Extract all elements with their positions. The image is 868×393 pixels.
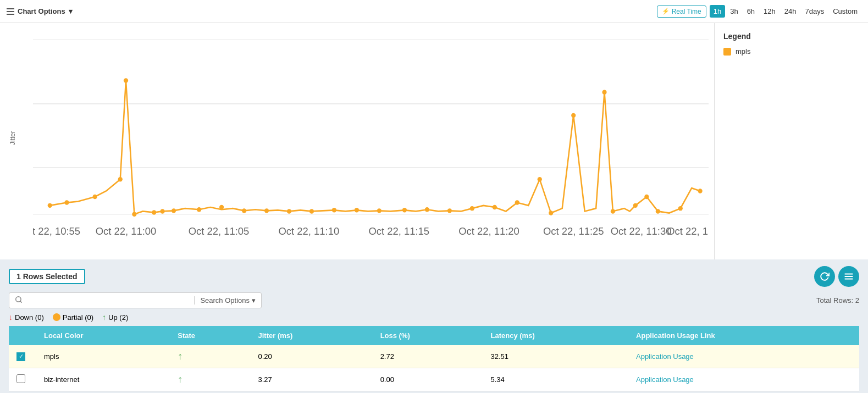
rows-selected-badge: 1 Rows Selected bbox=[9, 269, 85, 284]
table-row: ✓mpls↑0.202.7232.51Application Usage bbox=[9, 345, 859, 368]
menu-button[interactable] bbox=[838, 266, 859, 287]
checkbox-unchecked[interactable] bbox=[16, 374, 25, 383]
partial-icon bbox=[53, 313, 60, 321]
top-bar: Chart Options ▾ ⚡ Real Time 1h 3h 6h 12h… bbox=[0, 0, 868, 23]
chart-options-button[interactable]: Chart Options ▾ bbox=[7, 7, 73, 15]
col-state: State bbox=[170, 326, 250, 345]
chart-svg: 2 ms 1 ms 0 Oct 22, 10:55 Oct 22, 11:00 … bbox=[33, 34, 709, 237]
svg-point-23 bbox=[160, 209, 164, 213]
time-btn-1h[interactable]: 1h bbox=[710, 5, 725, 18]
right-icons bbox=[814, 266, 859, 287]
search-row: Search Options ▾ Total Rows: 2 bbox=[9, 292, 859, 308]
time-btn-6h[interactable]: 6h bbox=[743, 5, 759, 18]
svg-point-42 bbox=[571, 113, 576, 118]
svg-point-49 bbox=[698, 189, 703, 193]
chevron-down-icon: ▾ bbox=[252, 296, 256, 305]
svg-point-28 bbox=[264, 208, 269, 213]
row-loss: 0.00 bbox=[373, 368, 483, 391]
row-loss: 2.72 bbox=[373, 345, 483, 368]
app-usage-link[interactable]: Application Usage bbox=[636, 352, 694, 361]
realtime-button[interactable]: ⚡ Real Time bbox=[657, 5, 706, 18]
table-row: biz-internet↑3.270.005.34Application Usa… bbox=[9, 368, 859, 391]
hamburger-icon bbox=[7, 8, 14, 15]
checkbox-checked[interactable]: ✓ bbox=[16, 352, 25, 361]
time-btn-custom[interactable]: Custom bbox=[829, 5, 861, 18]
refresh-button[interactable] bbox=[814, 266, 835, 287]
row-app-usage: Application Usage bbox=[628, 368, 859, 391]
svg-point-41 bbox=[549, 211, 553, 215]
svg-text:Oct 22, 11:20: Oct 22, 11:20 bbox=[458, 225, 519, 236]
svg-point-31 bbox=[332, 208, 336, 212]
chart-options-label: Chart Options bbox=[18, 7, 65, 15]
time-btn-12h[interactable]: 12h bbox=[760, 5, 779, 18]
row-app-usage: Application Usage bbox=[628, 345, 859, 368]
up-label: Up (2) bbox=[108, 313, 128, 322]
svg-point-45 bbox=[633, 203, 638, 208]
col-checkbox bbox=[9, 326, 36, 345]
legend-color-box bbox=[723, 48, 731, 56]
search-options-button[interactable]: Search Options ▾ bbox=[194, 296, 256, 305]
lightning-icon: ⚡ bbox=[662, 8, 670, 15]
search-input[interactable] bbox=[27, 296, 190, 305]
row-latency: 5.34 bbox=[483, 368, 629, 391]
svg-point-27 bbox=[242, 208, 246, 213]
down-label: Down (0) bbox=[15, 313, 44, 322]
col-jitter: Jitter (ms) bbox=[250, 326, 372, 345]
svg-text:Oct 22, 11:15: Oct 22, 11:15 bbox=[368, 225, 429, 236]
svg-point-39 bbox=[515, 200, 519, 204]
svg-point-43 bbox=[602, 90, 606, 94]
legend-panel: Legend mpls bbox=[714, 23, 868, 259]
status-partial: Partial (0) bbox=[53, 313, 93, 322]
row-local-color: mpls bbox=[36, 345, 170, 368]
time-controls: ⚡ Real Time 1h 3h 6h 12h 24h 7days Custo… bbox=[657, 5, 861, 18]
col-local-color: Local Color bbox=[36, 326, 170, 345]
y-axis-label: Jitter bbox=[9, 131, 16, 145]
svg-point-47 bbox=[656, 209, 660, 213]
realtime-label: Real Time bbox=[672, 8, 701, 15]
status-up: ↑ Up (2) bbox=[102, 313, 128, 322]
data-table: Local Color State Jitter (ms) Loss (%) L… bbox=[9, 326, 859, 391]
time-btn-24h[interactable]: 24h bbox=[781, 5, 800, 18]
svg-point-26 bbox=[219, 205, 224, 209]
svg-point-32 bbox=[355, 208, 359, 212]
svg-point-35 bbox=[425, 207, 429, 212]
status-row: ↓ Down (0) Partial (0) ↑ Up (2) bbox=[9, 313, 859, 322]
up-arrow-icon: ↑ bbox=[102, 313, 106, 322]
svg-point-24 bbox=[172, 208, 176, 213]
app-usage-link[interactable]: Application Usage bbox=[636, 375, 694, 384]
svg-point-22 bbox=[152, 210, 156, 214]
time-btn-3h[interactable]: 3h bbox=[726, 5, 742, 18]
row-local-color: biz-internet bbox=[36, 368, 170, 391]
svg-text:Oct 22, 11:05: Oct 22, 11:05 bbox=[189, 225, 250, 236]
svg-point-18 bbox=[93, 195, 97, 199]
row-jitter: 0.20 bbox=[250, 345, 372, 368]
svg-point-40 bbox=[538, 177, 542, 181]
svg-point-48 bbox=[678, 206, 683, 211]
svg-text:Oct 22, 11:25: Oct 22, 11:25 bbox=[543, 225, 604, 236]
svg-line-54 bbox=[20, 301, 22, 303]
svg-point-30 bbox=[309, 209, 314, 213]
search-icon bbox=[15, 296, 23, 305]
chart-main: Jitter 2 ms 1 ms 0 Oct 22, 10:55 Oct 22,… bbox=[0, 23, 714, 259]
svg-point-19 bbox=[118, 177, 123, 181]
svg-point-21 bbox=[132, 212, 136, 216]
svg-point-17 bbox=[64, 200, 69, 204]
search-box: Search Options ▾ bbox=[9, 292, 262, 308]
partial-label: Partial (0) bbox=[63, 313, 93, 322]
svg-text:Oct 22, 11:10: Oct 22, 11:10 bbox=[279, 225, 340, 236]
time-btn-7days[interactable]: 7days bbox=[801, 5, 828, 18]
row-jitter: 3.27 bbox=[250, 368, 372, 391]
down-arrow-icon: ↓ bbox=[9, 313, 13, 322]
svg-point-33 bbox=[377, 208, 382, 213]
row-checkbox-cell bbox=[9, 368, 36, 391]
chevron-down-icon: ▾ bbox=[69, 7, 73, 15]
svg-point-46 bbox=[644, 195, 649, 199]
table-header-row: Local Color State Jitter (ms) Loss (%) L… bbox=[9, 326, 859, 345]
svg-point-20 bbox=[124, 78, 128, 82]
legend-title: Legend bbox=[723, 32, 859, 41]
svg-text:Oct 22, 11:30: Oct 22, 11:30 bbox=[611, 225, 672, 236]
svg-point-25 bbox=[197, 207, 201, 212]
svg-point-37 bbox=[470, 206, 474, 211]
col-app-usage: Application Usage Link bbox=[628, 326, 859, 345]
total-rows: Total Rows: 2 bbox=[816, 296, 859, 305]
